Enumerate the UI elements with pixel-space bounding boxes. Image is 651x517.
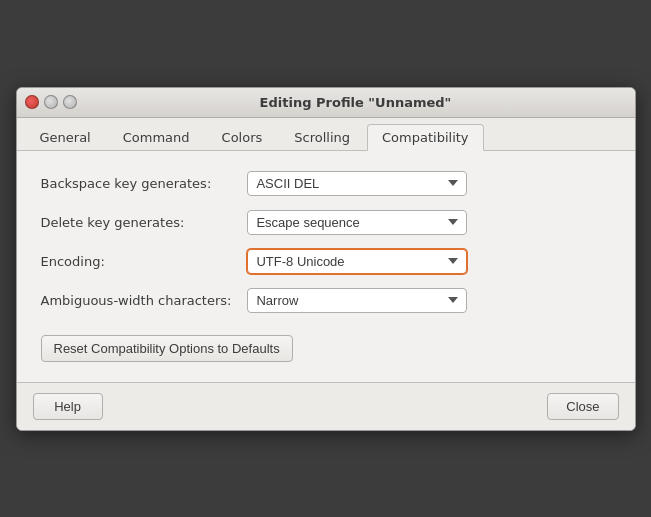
tabs-bar: General Command Colors Scrolling Compati… <box>17 118 635 151</box>
ambiguous-select[interactable]: Narrow Wide <box>247 288 467 313</box>
delete-label: Delete key generates: <box>41 215 232 230</box>
tab-compatibility[interactable]: Compatibility <box>367 124 484 151</box>
reset-defaults-button[interactable]: Reset Compatibility Options to Defaults <box>41 335 293 362</box>
close-window-button[interactable] <box>25 95 39 109</box>
titlebar-buttons <box>25 95 77 109</box>
encoding-label: Encoding: <box>41 254 232 269</box>
footer: Help Close <box>17 382 635 430</box>
encoding-select[interactable]: UTF-8 Unicode ISO-8859-1 UTF-16 <box>247 249 467 274</box>
close-button[interactable]: Close <box>547 393 618 420</box>
dialog-window: Editing Profile "Unnamed" General Comman… <box>16 87 636 431</box>
backspace-label: Backspace key generates: <box>41 176 232 191</box>
ambiguous-label: Ambiguous-width characters: <box>41 293 232 308</box>
minimize-button[interactable] <box>44 95 58 109</box>
tab-scrolling[interactable]: Scrolling <box>279 124 365 150</box>
help-button[interactable]: Help <box>33 393 103 420</box>
tab-content: Backspace key generates: ASCII DEL Contr… <box>17 151 635 382</box>
settings-form: Backspace key generates: ASCII DEL Contr… <box>41 171 611 313</box>
maximize-button[interactable] <box>63 95 77 109</box>
window-title: Editing Profile "Unnamed" <box>85 95 627 110</box>
delete-select[interactable]: Escape sequence Control-H ASCII DEL <box>247 210 467 235</box>
tab-colors[interactable]: Colors <box>207 124 278 150</box>
titlebar: Editing Profile "Unnamed" <box>17 88 635 118</box>
tab-command[interactable]: Command <box>108 124 205 150</box>
backspace-select[interactable]: ASCII DEL Control-H <box>247 171 467 196</box>
tab-general[interactable]: General <box>25 124 106 150</box>
